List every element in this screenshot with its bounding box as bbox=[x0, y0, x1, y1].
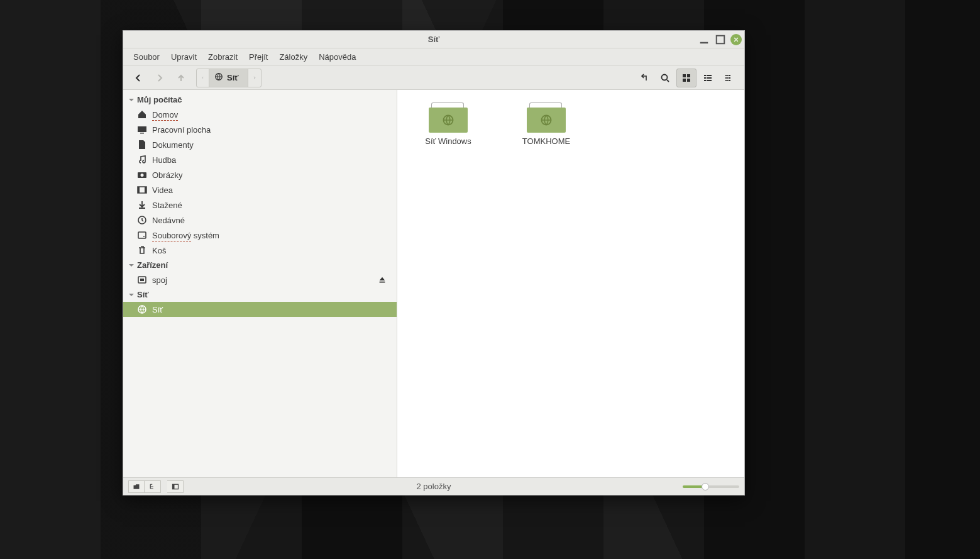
svg-rect-39 bbox=[172, 484, 174, 489]
sidebar-item-label: Koš bbox=[152, 246, 166, 255]
sidebar-item-trash[interactable]: Koš bbox=[123, 243, 397, 258]
sidebar-item-home[interactable]: Domov bbox=[123, 107, 397, 122]
chevron-down-icon bbox=[128, 97, 135, 103]
network-folder-icon bbox=[429, 102, 468, 133]
sidebar-item-label: Pracovní plocha bbox=[152, 125, 211, 135]
sidebar-item-label: Domov bbox=[152, 110, 178, 121]
svg-rect-10 bbox=[704, 77, 706, 79]
svg-point-26 bbox=[141, 174, 144, 177]
sidebar-item-label: spoj bbox=[152, 275, 167, 285]
menu-go[interactable]: Přejít bbox=[244, 50, 273, 64]
svg-rect-8 bbox=[704, 75, 706, 76]
sidebar-item-network[interactable]: Síť bbox=[123, 302, 397, 317]
svg-rect-29 bbox=[145, 187, 146, 193]
sidebar-header-label: Můj počítač bbox=[137, 95, 182, 104]
menu-file[interactable]: Soubor bbox=[128, 50, 165, 64]
svg-rect-17 bbox=[725, 77, 727, 79]
sidebar-item-label: Videa bbox=[152, 185, 173, 195]
svg-point-32 bbox=[143, 236, 145, 237]
zoom-slider[interactable] bbox=[683, 485, 739, 488]
desktop-icon bbox=[137, 125, 147, 135]
sidebar-header-network[interactable]: Síť bbox=[123, 287, 397, 302]
download-icon bbox=[137, 200, 147, 210]
path-prev-button[interactable] bbox=[197, 69, 209, 87]
sidebar-item-label: Síť bbox=[152, 305, 163, 314]
sidebar: Můj počítač Domov Pracovní plocha Dokume… bbox=[123, 90, 397, 477]
sidebar-header-devices[interactable]: Zařízení bbox=[123, 258, 397, 272]
sidebar-item-label: Souborový systém bbox=[152, 231, 219, 240]
video-icon bbox=[137, 185, 147, 195]
svg-rect-16 bbox=[729, 75, 730, 76]
zoom-thumb[interactable] bbox=[702, 483, 709, 490]
path-segment-network[interactable]: Síť bbox=[209, 69, 248, 87]
svg-rect-24 bbox=[140, 133, 144, 134]
minimize-button[interactable] bbox=[698, 33, 710, 46]
chevron-down-icon bbox=[128, 292, 135, 298]
sidebar-item-pictures[interactable]: Obrázky bbox=[123, 167, 397, 182]
folder-windows-network[interactable]: Síť Windows bbox=[414, 102, 483, 146]
sidebar-item-filesystem[interactable]: Souborový systém bbox=[123, 228, 397, 243]
svg-rect-22 bbox=[729, 80, 730, 81]
svg-rect-13 bbox=[707, 80, 712, 81]
svg-rect-20 bbox=[725, 80, 727, 81]
up-button[interactable] bbox=[171, 69, 191, 87]
content-pane[interactable]: Síť Windows TOMKHOME bbox=[397, 90, 744, 477]
window-title: Síť bbox=[123, 35, 744, 44]
sidebar-toggle-button[interactable] bbox=[167, 480, 184, 493]
statusbar: 2 položky bbox=[123, 477, 744, 495]
svg-rect-34 bbox=[140, 279, 144, 281]
sidebar-item-downloads[interactable]: Stažené bbox=[123, 197, 397, 213]
sidebar-item-music[interactable]: Hudba bbox=[123, 152, 397, 167]
maximize-button[interactable] bbox=[714, 33, 727, 46]
eject-icon[interactable] bbox=[378, 275, 387, 284]
svg-rect-1 bbox=[717, 35, 725, 43]
svg-rect-12 bbox=[704, 80, 706, 81]
menu-view[interactable]: Zobrazit bbox=[203, 50, 243, 64]
sidebar-tree-button[interactable] bbox=[145, 480, 161, 493]
sidebar-item-recent[interactable]: Nedávné bbox=[123, 213, 397, 228]
toggle-pathbar-button[interactable] bbox=[634, 69, 654, 87]
svg-rect-21 bbox=[727, 80, 729, 81]
svg-rect-7 bbox=[687, 79, 690, 82]
svg-rect-0 bbox=[700, 42, 708, 43]
view-icons-button[interactable] bbox=[676, 69, 696, 87]
folder-label: Síť Windows bbox=[425, 136, 471, 146]
sidebar-item-desktop[interactable]: Pracovní plocha bbox=[123, 122, 397, 137]
trash-icon bbox=[137, 245, 147, 255]
sidebar-item-label: Stažené bbox=[152, 201, 182, 210]
pathbar: Síť bbox=[196, 69, 262, 87]
sidebar-item-documents[interactable]: Dokumenty bbox=[123, 137, 397, 152]
forward-button[interactable] bbox=[150, 69, 170, 87]
sidebar-header-label: Síť bbox=[137, 290, 149, 299]
music-icon bbox=[137, 155, 147, 165]
toolbar: Síť bbox=[123, 66, 744, 90]
titlebar[interactable]: Síť bbox=[123, 31, 744, 48]
menubar: Soubor Upravit Zobrazit Přejít Záložky N… bbox=[123, 48, 744, 66]
sidebar-item-videos[interactable]: Videa bbox=[123, 182, 397, 197]
view-compact-button[interactable] bbox=[719, 69, 739, 87]
search-button[interactable] bbox=[655, 69, 675, 87]
svg-rect-28 bbox=[138, 187, 140, 193]
svg-rect-4 bbox=[683, 74, 686, 77]
sidebar-header-computer[interactable]: Můj počítač bbox=[123, 92, 397, 107]
menu-edit[interactable]: Upravit bbox=[166, 50, 202, 64]
sidebar-item-label: Nedávné bbox=[152, 216, 185, 225]
view-list-button[interactable] bbox=[698, 69, 718, 87]
svg-rect-9 bbox=[707, 75, 712, 76]
menu-bookmark[interactable]: Záložky bbox=[274, 50, 312, 64]
path-next-button[interactable] bbox=[248, 69, 261, 87]
sidebar-item-device-spoj[interactable]: spoj bbox=[123, 272, 397, 287]
document-icon bbox=[137, 140, 147, 150]
globe-icon bbox=[214, 72, 223, 83]
menu-help[interactable]: Nápověda bbox=[314, 50, 361, 64]
close-button[interactable] bbox=[730, 34, 742, 45]
back-button[interactable] bbox=[128, 69, 148, 87]
sidebar-places-button[interactable] bbox=[128, 480, 145, 493]
folder-tomkhome[interactable]: TOMKHOME bbox=[512, 102, 581, 146]
file-manager-window: Síť Soubor Upravit Zobrazit Přejít Zálož… bbox=[123, 30, 745, 495]
window-controls bbox=[698, 31, 742, 48]
svg-rect-6 bbox=[683, 79, 686, 82]
sidebar-item-label: Dokumenty bbox=[152, 140, 194, 150]
svg-rect-5 bbox=[687, 74, 690, 77]
network-folder-icon bbox=[527, 102, 566, 133]
